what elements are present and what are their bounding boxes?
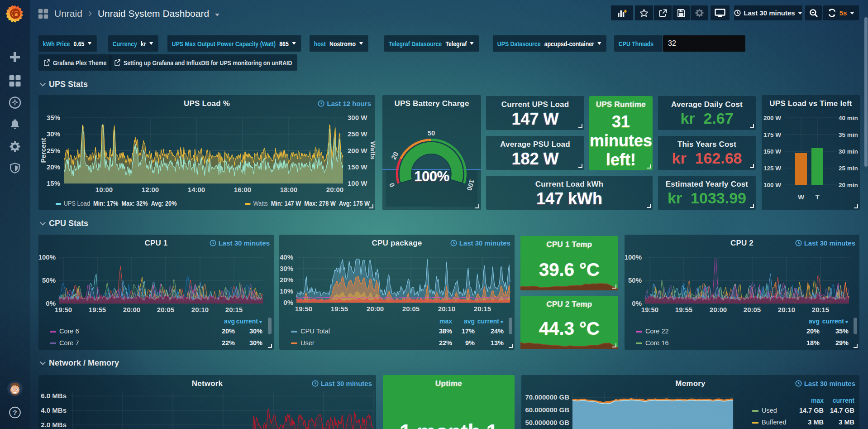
svg-text:30 min: 30 min [839,148,858,155]
svg-text:35 min: 35 min [839,131,858,138]
svg-text:20:00: 20:00 [710,306,727,313]
svg-text:50%: 50% [628,276,642,284]
svg-text:15%: 15% [47,179,60,187]
svg-text:50: 50 [428,129,435,137]
svg-text:2.0 MBs: 2.0 MBs [41,421,67,429]
svg-text:200 W: 200 W [348,147,367,154]
svg-text:W: W [798,193,805,201]
svg-text:12:00: 12:00 [142,186,159,193]
svg-text:4.0 MBs: 4.0 MBs [41,406,67,414]
svg-text:20:05: 20:05 [744,306,761,313]
svg-text:70.000000 GB: 70.000000 GB [525,393,569,401]
svg-text:50.000000 GB: 50.000000 GB [525,419,569,426]
svg-text:19:50: 19:50 [641,306,658,313]
svg-text:40 min: 40 min [839,115,858,121]
svg-text:Watts: Watts [369,141,377,159]
svg-text:30%: 30% [280,265,293,272]
svg-text:125 W: 125 W [763,165,781,172]
svg-text:19:55: 19:55 [331,305,348,313]
svg-text:20:00: 20:00 [123,306,140,313]
svg-text:30%: 30% [47,130,60,138]
svg-text:20:05: 20:05 [157,306,174,313]
svg-text:19:50: 19:50 [55,306,72,313]
svg-text:20:15: 20:15 [812,306,829,313]
svg-text:20%: 20% [280,276,293,284]
svg-text:20:10: 20:10 [438,305,455,313]
svg-text:10:00: 10:00 [95,186,113,193]
svg-text:0%: 0% [632,299,642,307]
svg-text:25 min: 25 min [839,165,858,172]
svg-text:50%: 50% [42,276,56,284]
svg-text:20:00: 20:00 [326,186,343,193]
svg-text:19:55: 19:55 [89,306,106,313]
svg-text:35%: 35% [47,114,60,121]
svg-text:25%: 25% [47,147,60,154]
svg-text:100%: 100% [38,253,56,261]
svg-text:20:15: 20:15 [225,306,243,313]
svg-text:250 W: 250 W [348,130,367,138]
svg-text:150 W: 150 W [348,163,367,171]
svg-text:6.0 MBs: 6.0 MBs [41,392,67,400]
svg-text:150 W: 150 W [763,148,781,155]
svg-text:19:50: 19:50 [295,305,312,313]
svg-text:16:00: 16:00 [234,186,251,193]
svg-text:20:15: 20:15 [474,305,491,313]
svg-text:0%: 0% [46,299,56,307]
svg-text:300 W: 300 W [348,114,367,121]
svg-text:18:00: 18:00 [280,186,297,193]
svg-text:20%: 20% [47,163,60,171]
svg-text:40%: 40% [280,253,293,261]
svg-text:20: 20 [390,150,400,160]
svg-text:20:10: 20:10 [191,306,209,313]
svg-text:100%: 100% [625,253,642,261]
svg-text:19:55: 19:55 [675,306,692,313]
svg-text:100 W: 100 W [763,182,781,188]
svg-text:20:00: 20:00 [367,305,384,313]
svg-text:60.000000 GB: 60.000000 GB [525,406,569,414]
svg-text:?: ? [13,409,17,416]
svg-text:200 W: 200 W [763,115,781,121]
svg-text:20:05: 20:05 [402,305,420,313]
svg-text:20:10: 20:10 [778,306,795,313]
svg-text:20 min: 20 min [839,182,858,188]
svg-text:10%: 10% [280,287,293,295]
svg-text:Percent: Percent [39,138,47,163]
svg-text:100 W: 100 W [348,179,367,187]
svg-text:14:00: 14:00 [188,186,205,193]
svg-text:0%: 0% [283,299,293,306]
svg-text:175 W: 175 W [763,131,781,138]
svg-text:T: T [815,193,819,201]
